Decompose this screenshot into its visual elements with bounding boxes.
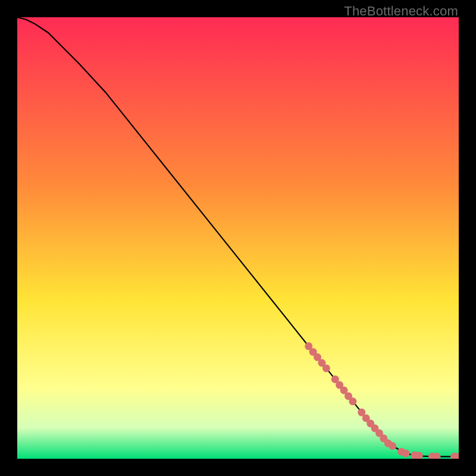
highlight-dot (389, 442, 396, 450)
chart-plot-area (17, 17, 459, 459)
highlight-dot (402, 450, 409, 458)
chart-frame: TheBottleneck.com (0, 0, 476, 476)
gradient-background (17, 17, 459, 459)
highlight-dot (349, 397, 356, 405)
highlight-dot (322, 364, 330, 372)
chart-svg (17, 17, 459, 459)
